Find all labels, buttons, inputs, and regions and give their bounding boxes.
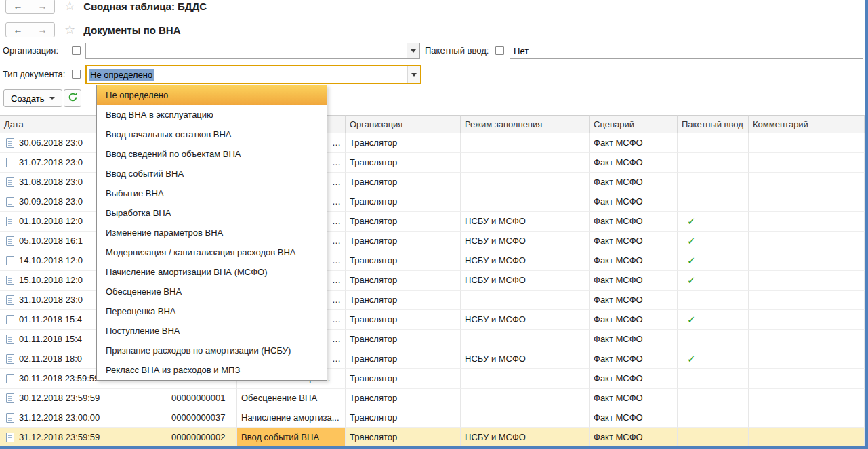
cell-batch[interactable] bbox=[678, 173, 749, 192]
cell-comment[interactable] bbox=[749, 369, 865, 389]
cell-org[interactable]: Транслятор bbox=[346, 192, 461, 212]
cell-scenario[interactable]: Факт МСФО bbox=[590, 291, 678, 310]
cell-batch[interactable] bbox=[678, 428, 749, 448]
dropdown-item[interactable]: Выработка ВНА bbox=[97, 203, 327, 223]
cell-scenario[interactable]: Факт МСФО bbox=[590, 153, 678, 173]
cell-mode[interactable]: НСБУ и МСФО bbox=[461, 349, 590, 369]
cell-number[interactable]: 00000000037 bbox=[167, 408, 237, 428]
column-header-comment[interactable]: Комментарий bbox=[749, 115, 865, 133]
dropdown-item[interactable]: Не определено bbox=[97, 85, 327, 105]
cell-org[interactable]: Транслятор bbox=[346, 173, 461, 192]
cell-mode[interactable]: НСБУ и МСФО bbox=[461, 232, 590, 251]
cell-comment[interactable] bbox=[749, 133, 865, 153]
cell-scenario[interactable]: Факт МСФО bbox=[590, 192, 678, 212]
cell-comment[interactable] bbox=[749, 310, 865, 330]
refresh-button[interactable] bbox=[64, 89, 81, 107]
cell-scenario[interactable]: Факт МСФО bbox=[590, 232, 678, 251]
column-header-mode[interactable]: Режим заполнения bbox=[461, 115, 590, 133]
dropdown-item[interactable]: Ввод ВНА в эксплуатацию bbox=[97, 105, 327, 125]
dropdown-item[interactable]: Изменение параметров ВНА bbox=[97, 223, 327, 242]
organization-dropdown-button[interactable] bbox=[407, 43, 419, 58]
cell-org[interactable]: Транслятор bbox=[346, 153, 461, 173]
cell-org[interactable]: Транслятор bbox=[346, 271, 461, 291]
column-header-scenario[interactable]: Сценарий bbox=[590, 115, 678, 133]
cell-date[interactable]: 30.12.2018 23:59:59 bbox=[0, 389, 167, 408]
cell-date[interactable]: 31.12.2018 23:00:00 bbox=[0, 408, 167, 428]
cell-mode[interactable] bbox=[461, 133, 590, 153]
dropdown-item[interactable]: Ввод сведений по объектам ВНА bbox=[97, 144, 327, 164]
column-header-batch[interactable]: Пакетный ввод bbox=[678, 115, 749, 133]
cell-mode[interactable] bbox=[461, 173, 590, 192]
cell-comment[interactable] bbox=[749, 330, 865, 349]
cell-scenario[interactable]: Факт МСФО bbox=[590, 271, 678, 291]
cell-batch[interactable]: ✓ bbox=[678, 232, 749, 251]
cell-comment[interactable] bbox=[749, 291, 865, 310]
cell-comment[interactable] bbox=[749, 408, 865, 428]
cell-scenario[interactable]: Факт МСФО bbox=[590, 389, 678, 408]
dropdown-item[interactable]: Модернизация / капитализация расходов ВН… bbox=[97, 242, 327, 262]
cell-org[interactable]: Транслятор bbox=[346, 291, 461, 310]
dropdown-item[interactable]: Переоценка ВНА bbox=[97, 301, 327, 321]
cell-org[interactable]: Транслятор bbox=[346, 330, 461, 349]
dropdown-item[interactable]: Рекласс ВНА из расходов и МПЗ bbox=[97, 360, 327, 380]
cell-batch[interactable] bbox=[678, 192, 749, 212]
cell-mode[interactable] bbox=[461, 330, 590, 349]
cell-mode[interactable] bbox=[461, 153, 590, 173]
cell-comment[interactable] bbox=[749, 153, 865, 173]
table-row[interactable]: 31.12.2018 23:59:5900000000002Ввод событ… bbox=[0, 428, 865, 448]
cell-comment[interactable] bbox=[749, 173, 865, 192]
cell-batch[interactable]: ✓ bbox=[678, 212, 749, 232]
dropdown-item[interactable]: Обесценение ВНА bbox=[97, 282, 327, 301]
cell-mode[interactable] bbox=[461, 389, 590, 408]
cell-scenario[interactable]: Факт МСФО bbox=[590, 310, 678, 330]
cell-mode[interactable]: НСБУ и МСФО bbox=[461, 428, 590, 448]
table-row[interactable]: 31.12.2018 23:00:0000000000037Начисление… bbox=[0, 408, 865, 428]
favorite-star-icon[interactable]: ☆ bbox=[64, 0, 75, 12]
cell-mode[interactable] bbox=[461, 192, 590, 212]
cell-batch[interactable] bbox=[678, 133, 749, 153]
create-button[interactable]: Создать bbox=[3, 89, 62, 107]
cell-org[interactable]: Транслятор bbox=[346, 428, 461, 448]
batch-input-field[interactable] bbox=[510, 43, 863, 59]
cell-comment[interactable] bbox=[749, 212, 865, 232]
cell-scenario[interactable]: Факт МСФО bbox=[590, 330, 678, 349]
doc-type-checkbox[interactable] bbox=[72, 70, 81, 79]
dropdown-item[interactable]: Поступление ВНА bbox=[97, 321, 327, 341]
cell-scenario[interactable]: Факт МСФО bbox=[590, 369, 678, 389]
cell-number[interactable]: 00000000001 bbox=[167, 389, 237, 408]
cell-org[interactable]: Транслятор bbox=[346, 349, 461, 369]
back-button[interactable]: ← bbox=[5, 0, 30, 14]
dropdown-item[interactable]: Ввод начальных остатков ВНА bbox=[97, 125, 327, 144]
column-header-org[interactable]: Организация bbox=[346, 115, 461, 133]
cell-batch[interactable]: ✓ bbox=[678, 251, 749, 271]
cell-scenario[interactable]: Факт МСФО bbox=[590, 212, 678, 232]
cell-comment[interactable] bbox=[749, 232, 865, 251]
cell-number[interactable]: 00000000002 bbox=[167, 428, 237, 448]
cell-batch[interactable] bbox=[678, 389, 749, 408]
cell-org[interactable]: Транслятор bbox=[346, 389, 461, 408]
cell-comment[interactable] bbox=[749, 349, 865, 369]
back-button[interactable]: ← bbox=[5, 22, 30, 37]
cell-comment[interactable] bbox=[749, 192, 865, 212]
cell-batch[interactable] bbox=[678, 153, 749, 173]
forward-button[interactable]: → bbox=[30, 22, 55, 37]
cell-scenario[interactable]: Факт МСФО bbox=[590, 173, 678, 192]
cell-mode[interactable] bbox=[461, 291, 590, 310]
cell-org[interactable]: Транслятор bbox=[346, 408, 461, 428]
cell-mode[interactable] bbox=[461, 369, 590, 389]
cell-comment[interactable] bbox=[749, 271, 865, 291]
cell-batch[interactable] bbox=[678, 291, 749, 310]
cell-scenario[interactable]: Факт МСФО bbox=[590, 408, 678, 428]
cell-batch[interactable]: ✓ bbox=[678, 349, 749, 369]
cell-comment[interactable] bbox=[749, 428, 865, 448]
cell-date[interactable]: 31.12.2018 23:59:59 bbox=[0, 428, 167, 448]
cell-mode[interactable]: НСБУ и МСФО bbox=[461, 251, 590, 271]
doc-type-combo[interactable]: Не определено bbox=[85, 65, 421, 84]
batch-input-checkbox[interactable] bbox=[495, 46, 504, 55]
cell-type[interactable]: Обесценение ВНА bbox=[237, 389, 346, 408]
cell-batch[interactable]: ✓ bbox=[678, 271, 749, 291]
cell-comment[interactable] bbox=[749, 389, 865, 408]
table-row[interactable]: 30.12.2018 23:59:5900000000001Обесценени… bbox=[0, 389, 865, 408]
forward-button[interactable]: → bbox=[30, 0, 55, 14]
cell-org[interactable]: Транслятор bbox=[346, 232, 461, 251]
